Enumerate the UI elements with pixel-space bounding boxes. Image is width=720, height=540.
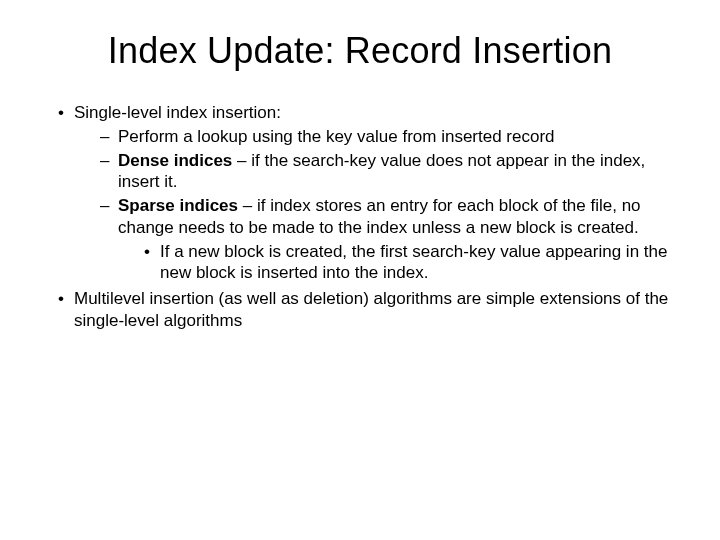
bold-term: Sparse indices [118,196,238,215]
sub-item: Perform a lookup using the key value fro… [100,126,680,148]
slide: Index Update: Record Insertion Single-le… [0,0,720,540]
sub-list: Perform a lookup using the key value fro… [74,126,680,284]
sub-item: Sparse indices – if index stores an entr… [100,195,680,284]
bullet-text: Multilevel insertion (as well as deletio… [74,289,668,330]
sub-item: Dense indices – if the search-key value … [100,150,680,194]
bullet-text: Single-level index insertion: [74,103,281,122]
sub-sub-item: If a new block is created, the first sea… [144,241,680,285]
sub-text: Perform a lookup using the key value fro… [118,127,555,146]
bullet-item: Multilevel insertion (as well as deletio… [58,288,680,332]
sub-sub-text: If a new block is created, the first sea… [160,242,667,283]
bullet-item: Single-level index insertion: Perform a … [58,102,680,284]
slide-title: Index Update: Record Insertion [40,30,680,72]
bullet-list: Single-level index insertion: Perform a … [40,102,680,332]
sub-sub-list: If a new block is created, the first sea… [118,241,680,285]
bold-term: Dense indices [118,151,232,170]
